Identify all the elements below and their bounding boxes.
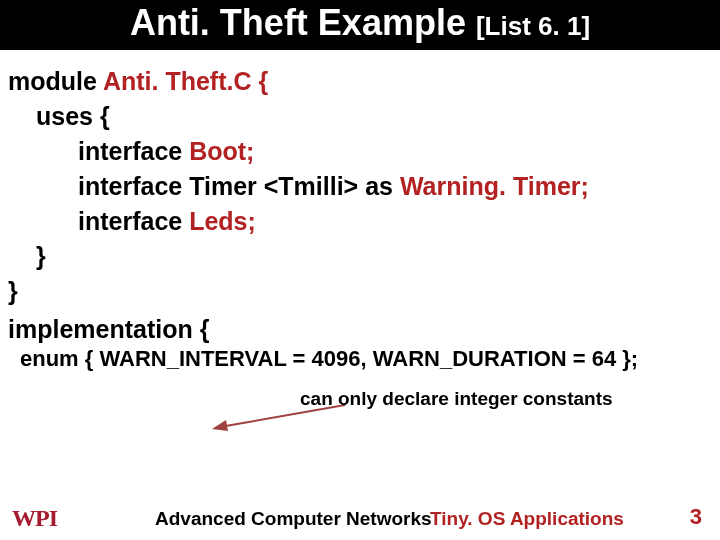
keyword-interface-2: interface (78, 172, 182, 200)
slide-header: Anti. Theft Example [List 6. 1] (0, 0, 720, 50)
enum-body: { WARN_INTERVAL = 4096, WARN_DURATION = … (79, 346, 639, 371)
code-line-4: interface Timer <Tmilli> as Warning. Tim… (78, 169, 712, 204)
footer-topic: Tiny. OS Applications (430, 508, 624, 530)
code-line-5: interface Leds; (78, 204, 712, 239)
brace-open: { (93, 102, 110, 130)
brace-open-impl: { (193, 315, 210, 343)
slide-subtitle: [List 6. 1] (476, 11, 590, 41)
timer-generic: Timer <Tmilli> (182, 172, 365, 200)
keyword-interface-3: interface (78, 207, 182, 235)
page-number: 3 (690, 504, 702, 530)
wpi-logo: WPI (12, 505, 57, 532)
code-line-7: } (8, 274, 712, 309)
svg-marker-1 (212, 420, 228, 431)
keyword-uses: uses (36, 102, 93, 130)
keyword-interface-1: interface (78, 137, 182, 165)
keyword-module: module (8, 67, 97, 95)
keyword-enum: enum (20, 346, 79, 371)
name-boot: Boot; (182, 137, 254, 165)
footer-course: Advanced Computer Networks (155, 508, 432, 530)
keyword-as: as (365, 172, 393, 200)
code-line-6: } (36, 239, 712, 274)
name-leds: Leds; (182, 207, 256, 235)
code-block-module: module Anti. Theft.C { uses { interface … (0, 50, 720, 309)
enum-line: enum { WARN_INTERVAL = 4096, WARN_DURATI… (0, 344, 720, 372)
code-line-3: interface Boot; (78, 134, 712, 169)
annotation-note: can only declare integer constants (300, 388, 613, 410)
code-line-2: uses { (36, 99, 712, 134)
logo-text: WPI (12, 505, 57, 531)
keyword-implementation: implementation (8, 315, 193, 343)
slide-title: Anti. Theft Example (130, 2, 466, 43)
name-antitheft: Anti. Theft.C { (97, 67, 268, 95)
implementation-line: implementation { (0, 309, 720, 344)
code-line-1: module Anti. Theft.C { (8, 64, 712, 99)
name-warningtimer: Warning. Timer; (393, 172, 589, 200)
